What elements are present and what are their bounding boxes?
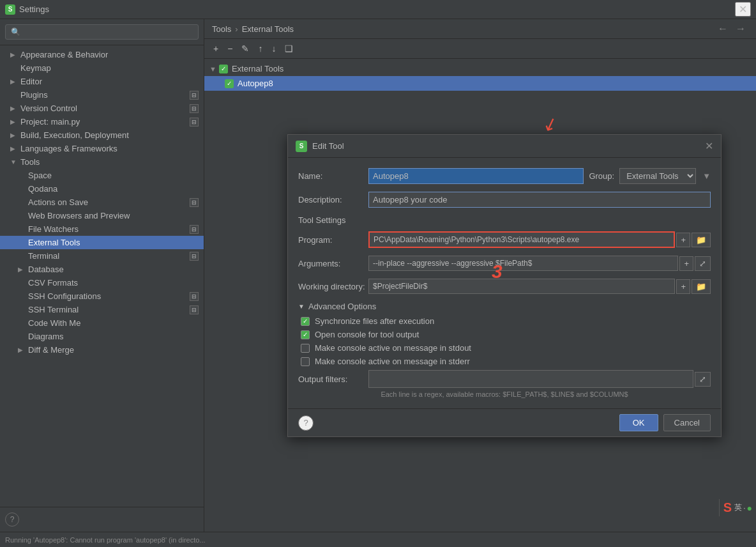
add-tool-button[interactable]: + — [209, 42, 222, 56]
output-filters-input[interactable] — [368, 370, 693, 388]
sidebar-item-languages[interactable]: ▶ Languages & Frameworks — [0, 142, 204, 155]
plugins-badge: ⊟ — [190, 91, 199, 100]
group-select[interactable]: External Tools — [619, 168, 696, 184]
program-input[interactable] — [368, 231, 675, 248]
ok-button[interactable]: OK — [619, 414, 658, 431]
sidebar-item-build[interactable]: ▶ Build, Execution, Deployment — [0, 128, 204, 142]
sidebar-item-ssh-terminal[interactable]: SSH Terminal ⊟ — [0, 303, 204, 316]
workdir-field-container: + 📁 — [368, 279, 711, 294]
close-button[interactable]: ✕ — [735, 2, 751, 17]
sidebar-item-web-browsers[interactable]: Web Browsers and Preview — [0, 209, 204, 222]
sidebar-label-ssh-term: SSH Terminal — [28, 305, 79, 314]
sidebar-label-build: Build, Execution, Deployment — [20, 130, 129, 140]
program-field-container: + 📁 — [368, 231, 711, 248]
sidebar-item-editor[interactable]: ▶ Editor — [0, 75, 204, 88]
footer-buttons: OK Cancel — [619, 414, 711, 431]
active-stdout-checkbox[interactable] — [301, 344, 310, 353]
nav-back-button[interactable]: ← — [715, 23, 730, 35]
group-dropdown-arrow: ▼ — [702, 171, 711, 181]
advanced-toggle[interactable]: ▼ Advanced Options — [298, 302, 711, 311]
sidebar-item-actions-save[interactable]: Actions on Save ⊟ — [0, 196, 204, 209]
sync-files-row: ✓ Synchronize files after execution — [298, 316, 711, 326]
cancel-button[interactable]: Cancel — [663, 414, 711, 431]
sidebar-label-watchers: File Watchers — [28, 224, 79, 234]
sidebar-item-appearance[interactable]: ▶ Appearance & Behavior — [0, 48, 204, 61]
name-row: Name: Group: External Tools ▼ — [298, 168, 711, 184]
edit-tool-button[interactable]: ✎ — [238, 42, 253, 56]
terminal-badge: ⊟ — [190, 252, 199, 261]
sidebar-item-database[interactable]: ▶ Database — [0, 263, 204, 276]
search-input[interactable] — [5, 24, 199, 40]
description-input[interactable] — [368, 192, 711, 208]
dialog-close-button[interactable]: ✕ — [705, 140, 713, 152]
sidebar: ▶ Appearance & Behavior Keymap ▶ Editor … — [0, 19, 204, 532]
args-expand-button[interactable]: ⤢ — [695, 256, 711, 271]
sidebar-item-tools[interactable]: ▼ Tools — [0, 155, 204, 169]
workdir-add-button[interactable]: + — [676, 279, 690, 294]
app-icon: S — [5, 4, 15, 15]
tools-list: ▼ ✓ External Tools ✓ Autopep8 — [204, 59, 756, 93]
sidebar-item-plugins[interactable]: Plugins ⊟ — [0, 88, 204, 102]
move-up-button[interactable]: ↑ — [254, 42, 266, 56]
sidebar-label-cwm: Code With Me — [28, 318, 80, 328]
sidebar-item-ssh-config[interactable]: SSH Configurations ⊟ — [0, 289, 204, 303]
arguments-input[interactable] — [368, 256, 678, 271]
sidebar-item-diagrams[interactable]: Diagrams — [0, 330, 204, 343]
args-add-button[interactable]: + — [679, 256, 693, 271]
workdir-browse-button[interactable]: 📁 — [692, 279, 711, 294]
sidebar-item-csv[interactable]: CSV Formats — [0, 276, 204, 289]
project-badge: ⊟ — [190, 118, 199, 127]
sidebar-item-terminal[interactable]: Terminal ⊟ — [0, 249, 204, 263]
output-expand-button[interactable]: ⤢ — [695, 372, 711, 387]
help-button[interactable]: ? — [5, 512, 19, 527]
working-dir-input[interactable] — [368, 279, 675, 294]
sidebar-item-version-control[interactable]: ▶ Version Control ⊟ — [0, 102, 204, 115]
active-stderr-checkbox[interactable] — [301, 357, 310, 366]
sidebar-item-diff-merge[interactable]: ▶ Diff & Merge — [0, 343, 204, 357]
sidebar-item-external-tools[interactable]: External Tools — [0, 236, 204, 249]
sidebar-label-tools: Tools — [20, 157, 40, 167]
sidebar-item-qodana[interactable]: Qodana — [0, 182, 204, 196]
active-stdout-row: Make console active on message in stdout — [298, 343, 711, 353]
sync-files-checkbox[interactable]: ✓ — [301, 317, 310, 326]
sidebar-label-space: Space — [28, 171, 52, 180]
sidebar-label-ext: External Tools — [28, 238, 80, 247]
sidebar-label-csv: CSV Formats — [28, 278, 78, 288]
sidebar-item-project[interactable]: ▶ Project: main.py ⊟ — [0, 115, 204, 128]
group-checkbox[interactable]: ✓ — [219, 65, 228, 73]
item-checkbox[interactable]: ✓ — [225, 79, 234, 88]
advanced-tri: ▼ — [298, 303, 305, 310]
args-label: Arguments: — [298, 259, 368, 268]
dialog-title-bar: S Edit Tool ✕ — [288, 135, 721, 158]
sidebar-item-code-with-me[interactable]: Code With Me — [0, 316, 204, 330]
sidebar-item-keymap[interactable]: Keymap — [0, 61, 204, 75]
window-title: Settings — [19, 4, 735, 14]
active-stderr-label: Make console active on message in stderr — [315, 357, 470, 366]
output-filters-label: Output filters: — [298, 374, 368, 384]
open-console-checkbox[interactable]: ✓ — [301, 330, 310, 339]
breadcrumb-current: External Tools — [242, 24, 294, 34]
remove-tool-button[interactable]: − — [223, 42, 236, 56]
nav-forward-button[interactable]: → — [733, 23, 748, 35]
tools-group-row[interactable]: ▼ ✓ External Tools — [204, 61, 756, 76]
dialog-footer: ? OK Cancel — [288, 408, 721, 436]
advanced-label: Advanced Options — [308, 302, 376, 311]
copy-tool-button[interactable]: ❑ — [281, 42, 297, 56]
sidebar-item-space[interactable]: Space — [0, 169, 204, 182]
program-row: Program: + 📁 — [298, 231, 711, 248]
dialog-help-button[interactable]: ? — [298, 415, 314, 431]
program-browse-button[interactable]: 📁 — [692, 233, 711, 247]
edit-tool-dialog[interactable]: S Edit Tool ✕ Name: Group: — [287, 134, 722, 437]
name-input[interactable] — [368, 168, 584, 184]
arguments-row: Arguments: + ⤢ — [298, 256, 711, 271]
search-bar — [0, 19, 204, 45]
expand-arrow-diff: ▶ — [18, 346, 26, 353]
tools-item-row[interactable]: ✓ Autopep8 — [204, 76, 756, 91]
sidebar-item-file-watchers[interactable]: File Watchers ⊟ — [0, 222, 204, 236]
program-add-button[interactable]: + — [676, 233, 690, 247]
ssh-config-badge: ⊟ — [190, 292, 199, 301]
tray-indicator: ● — [747, 503, 752, 513]
breadcrumb-root: Tools — [212, 24, 231, 34]
move-down-button[interactable]: ↓ — [268, 42, 280, 56]
expand-arrow-lang: ▶ — [10, 145, 18, 152]
